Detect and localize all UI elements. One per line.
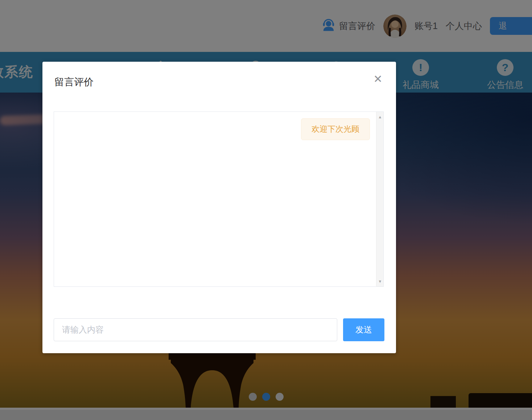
scroll-down-icon[interactable]: ▼ <box>376 278 384 285</box>
send-button[interactable]: 发送 <box>343 318 384 341</box>
scrollbar[interactable]: ▲ ▼ <box>376 112 383 286</box>
message-bubble: 欢迎下次光顾 <box>301 118 370 140</box>
scroll-up-icon[interactable]: ▲ <box>376 113 384 121</box>
message-review-dialog: 留言评价 ✕ 欢迎下次光顾 ▲ ▼ 发送 <box>42 62 396 353</box>
message-input[interactable] <box>54 318 337 341</box>
dialog-title: 留言评价 <box>54 76 94 89</box>
message-list-panel: 欢迎下次光顾 ▲ ▼ <box>54 111 384 287</box>
screen: 留言评价 <box>0 0 532 420</box>
close-icon[interactable]: ✕ <box>371 73 384 86</box>
